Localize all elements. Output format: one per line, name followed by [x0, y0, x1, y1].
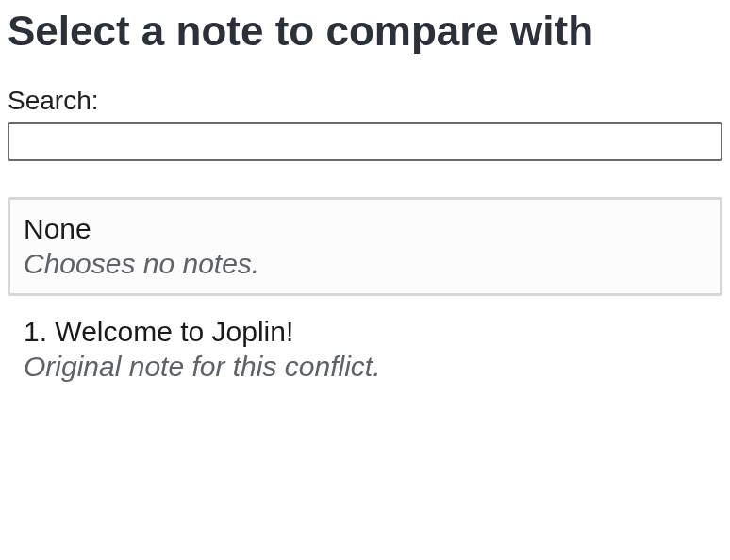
list-item-none[interactable]: None Chooses no notes.	[8, 197, 722, 296]
page-title: Select a note to compare with	[8, 8, 722, 56]
list-item-note[interactable]: 1. Welcome to Joplin! Original note for …	[8, 300, 722, 399]
list-item-title: None	[24, 211, 706, 247]
list-item-subtitle: Original note for this conflict.	[24, 349, 706, 385]
list-item-subtitle: Chooses no notes.	[24, 246, 706, 282]
note-list: None Chooses no notes. 1. Welcome to Jop…	[8, 197, 722, 399]
search-input[interactable]	[8, 122, 722, 161]
search-label: Search:	[8, 86, 722, 116]
list-item-title: 1. Welcome to Joplin!	[24, 314, 706, 350]
